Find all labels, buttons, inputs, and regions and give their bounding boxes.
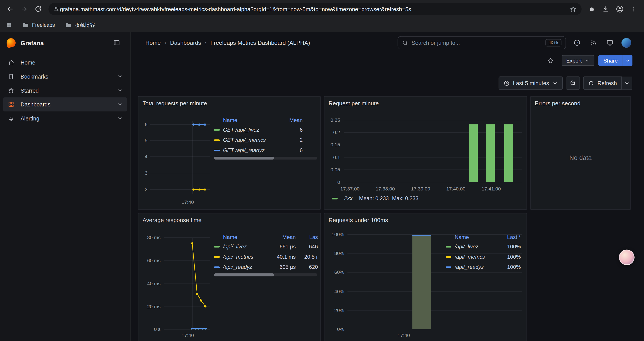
- dock-sidebar-icon: [113, 39, 120, 47]
- series-color-swatch: [214, 256, 220, 257]
- legend-header-mean[interactable]: Mean: [270, 234, 296, 240]
- series-name[interactable]: /api/_livez: [223, 243, 270, 249]
- request-per-minute-chart[interactable]: [344, 117, 522, 183]
- legend-header-mean[interactable]: Mean: [280, 117, 303, 123]
- average-response-time-chart[interactable]: [164, 235, 210, 331]
- chevron-down-icon[interactable]: [117, 74, 123, 79]
- series-last: 100%: [498, 264, 521, 270]
- refresh-interval-button[interactable]: [622, 77, 632, 90]
- display-button[interactable]: [603, 36, 617, 50]
- sidebar-item-bookmarks[interactable]: Bookmarks: [3, 70, 127, 84]
- sidebar-item-label: Dashboards: [20, 101, 50, 108]
- legend-inline[interactable]: 2xx Mean: 0.233 Max: 0.233: [332, 195, 418, 201]
- time-controls: Last 5 minutes Refresh: [131, 77, 644, 90]
- url-bar[interactable]: grafana.mathmast.com/d/deytv4rwavabkb/fr…: [48, 3, 582, 15]
- series-name[interactable]: GET /api/_livez: [223, 127, 280, 133]
- url-text[interactable]: grafana.mathmast.com/d/deytv4rwavabkb/fr…: [60, 6, 570, 12]
- panel-title[interactable]: Errors per second: [535, 100, 581, 106]
- breadcrumb-dashboards[interactable]: Dashboards: [170, 40, 201, 46]
- legend-header-last[interactable]: Las: [296, 234, 318, 240]
- legend-row[interactable]: /api/_metrics 100%: [446, 252, 521, 262]
- dock-menu-button[interactable]: [110, 36, 124, 50]
- series-name[interactable]: /api/_readyz: [223, 264, 270, 270]
- browser-menu-button[interactable]: [627, 2, 641, 16]
- legend-row[interactable]: /api/_readyz 100%: [446, 262, 521, 272]
- panel-title[interactable]: Average response time: [142, 217, 202, 223]
- x-tick: 17:40: [389, 333, 418, 338]
- panel-title[interactable]: Requests under 100ms: [328, 217, 388, 223]
- series-name[interactable]: /api/_livez: [454, 243, 498, 249]
- news-button[interactable]: [586, 36, 600, 50]
- series-name[interactable]: 2xx: [344, 195, 352, 201]
- forward-icon: [20, 5, 28, 13]
- grafana-logo[interactable]: [6, 38, 16, 48]
- legend-row[interactable]: GET /api/_readyz 6: [214, 145, 318, 155]
- series-name[interactable]: /api/_metrics: [454, 254, 498, 260]
- user-avatar-button[interactable]: [620, 36, 634, 50]
- y-tick: 20 ms: [138, 304, 160, 310]
- sidebar-item-home[interactable]: Home: [3, 56, 127, 70]
- zoom-out-icon: [570, 80, 576, 86]
- legend-header-name[interactable]: Name: [223, 117, 280, 123]
- legend-table: Name Mean GET /api/_livez 6 GET /api/_me…: [214, 116, 318, 156]
- export-button[interactable]: Export: [562, 55, 594, 66]
- apps-grid-button[interactable]: [6, 22, 12, 28]
- legend-row[interactable]: /api/_metrics 40.1 ms 20.5 r: [214, 252, 318, 262]
- forward-button[interactable]: [17, 2, 31, 16]
- site-controls-icon[interactable]: [54, 6, 60, 12]
- chevron-down-icon[interactable]: [117, 102, 123, 107]
- panel-errors-per-second: Errors per second No data: [530, 96, 631, 210]
- series-name[interactable]: /api/_metrics: [223, 254, 270, 260]
- legend-row[interactable]: /api/_livez 100%: [446, 241, 521, 252]
- legend-row[interactable]: GET /api/_livez 6: [214, 125, 318, 135]
- grafana-appbar: Home Dashboards Freeleaps Metrics Dashbo…: [131, 32, 644, 53]
- help-button[interactable]: ?: [570, 36, 584, 50]
- zoom-out-button[interactable]: [566, 77, 580, 90]
- downloads-button[interactable]: [599, 2, 613, 16]
- legend-table: Name Last * /api/_livez 100% /api/_metri…: [446, 232, 521, 272]
- legend-header: Name Mean: [214, 116, 318, 125]
- series-last: 100%: [498, 254, 521, 260]
- time-range-picker[interactable]: Last 5 minutes: [499, 77, 563, 90]
- chevron-down-icon[interactable]: [117, 116, 123, 121]
- back-button[interactable]: [3, 2, 17, 16]
- legend-header-name[interactable]: Name: [454, 234, 498, 240]
- bookmark-folder-blogs[interactable]: 收藏博客: [65, 22, 95, 29]
- bookmark-folder-freeleaps[interactable]: Freeleaps: [22, 22, 55, 29]
- panel-title[interactable]: Total requests per minute: [142, 100, 207, 106]
- sidebar-item-dashboards[interactable]: Dashboards: [3, 97, 127, 112]
- legend-scrollbar-thumb[interactable]: [214, 273, 274, 276]
- series-name[interactable]: GET /api/_readyz: [223, 147, 280, 153]
- breadcrumb-home[interactable]: Home: [145, 40, 161, 46]
- search-box[interactable]: ⌘+k: [398, 36, 566, 49]
- svg-text:?: ?: [576, 41, 578, 45]
- share-button[interactable]: Share: [599, 55, 623, 66]
- legend-header-last[interactable]: Last *: [498, 234, 521, 240]
- legend-scrollbar-thumb[interactable]: [214, 157, 274, 160]
- x-tick: 17:38:00: [371, 186, 400, 192]
- legend-row[interactable]: /api/_livez 661 µs 646: [214, 241, 318, 252]
- refresh-button[interactable]: Refresh: [583, 77, 622, 90]
- panel-title[interactable]: Request per minute: [328, 100, 379, 106]
- chevron-down-icon[interactable]: [117, 88, 123, 93]
- legend-header-name[interactable]: Name: [223, 234, 270, 240]
- dashboards-icon: [8, 101, 15, 108]
- legend-row[interactable]: GET /api/_metrics 2: [214, 135, 318, 145]
- y-tick: 0: [324, 179, 340, 185]
- share-menu-button[interactable]: [623, 55, 632, 66]
- bookmark-star-icon[interactable]: [570, 6, 577, 13]
- assistant-avatar-button[interactable]: [619, 249, 634, 265]
- profile-button[interactable]: [613, 2, 627, 16]
- total-requests-chart[interactable]: [150, 120, 210, 196]
- legend-row[interactable]: /api/_readyz 605 µs 620: [214, 262, 318, 272]
- favorite-dashboard-button[interactable]: [544, 54, 558, 68]
- series-name[interactable]: GET /api/_metrics: [223, 137, 280, 143]
- extensions-button[interactable]: [585, 2, 599, 16]
- sidebar-item-alerting[interactable]: Alerting: [3, 112, 127, 126]
- reload-button[interactable]: [31, 2, 45, 16]
- series-color-swatch: [446, 246, 451, 247]
- share-split-button: Share: [599, 55, 632, 66]
- search-input[interactable]: [412, 40, 542, 46]
- sidebar-item-starred[interactable]: Starred: [3, 83, 127, 97]
- series-name[interactable]: /api/_readyz: [454, 264, 498, 270]
